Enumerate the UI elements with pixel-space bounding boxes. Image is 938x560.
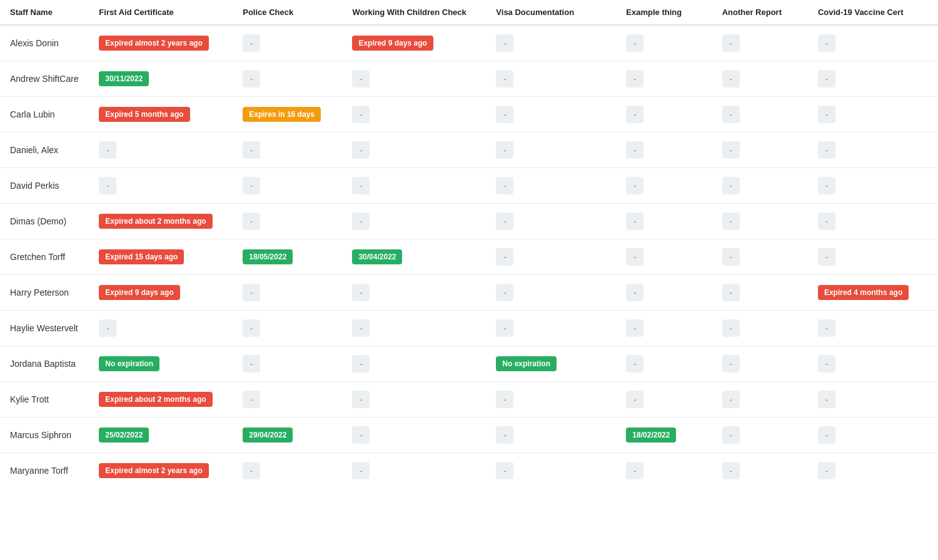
empty-badge[interactable]: -	[722, 355, 740, 372]
cell-covid[interactable]: -	[808, 168, 938, 204]
cell-police[interactable]: -	[233, 61, 342, 97]
empty-badge[interactable]: -	[818, 391, 835, 408]
empty-badge[interactable]: -	[818, 355, 835, 372]
empty-badge[interactable]: -	[243, 319, 260, 337]
empty-badge[interactable]: -	[626, 34, 643, 52]
empty-badge[interactable]: -	[818, 34, 835, 52]
empty-badge[interactable]: -	[722, 70, 740, 88]
empty-badge[interactable]: -	[243, 462, 260, 479]
cell-example[interactable]: -	[616, 382, 712, 418]
empty-badge[interactable]: -	[243, 284, 260, 301]
empty-badge[interactable]: -	[352, 355, 370, 372]
cell-wwc[interactable]: -	[342, 311, 486, 346]
cell-visa[interactable]: -	[486, 453, 616, 489]
cell-visa[interactable]: -	[486, 132, 616, 168]
empty-badge[interactable]: -	[243, 355, 260, 372]
cell-another[interactable]: -	[712, 25, 808, 61]
cell-visa[interactable]: -	[486, 168, 616, 204]
empty-badge[interactable]: -	[243, 212, 260, 230]
empty-badge[interactable]: -	[496, 319, 513, 337]
cell-visa[interactable]: -	[486, 382, 616, 418]
status-badge[interactable]: Expired almost 2 years ago	[99, 36, 208, 51]
cell-visa[interactable]: -	[486, 275, 616, 311]
cell-example[interactable]: -	[616, 61, 712, 97]
empty-badge[interactable]: -	[722, 248, 740, 266]
empty-badge[interactable]: -	[352, 212, 370, 230]
cell-police[interactable]: 29/04/2022	[233, 418, 342, 453]
cell-first_aid[interactable]: Expired 15 days ago	[89, 239, 233, 275]
cell-another[interactable]: -	[712, 453, 808, 489]
cell-another[interactable]: -	[712, 346, 808, 382]
empty-badge[interactable]: -	[626, 355, 643, 372]
cell-wwc[interactable]: -	[342, 453, 486, 489]
empty-badge[interactable]: -	[243, 391, 260, 408]
empty-badge[interactable]: -	[626, 106, 643, 123]
empty-badge[interactable]: -	[722, 391, 740, 408]
cell-wwc[interactable]: -	[342, 97, 486, 132]
cell-example[interactable]: -	[616, 168, 712, 204]
cell-example[interactable]: -	[616, 311, 712, 346]
cell-police[interactable]: -	[233, 168, 342, 204]
empty-badge[interactable]: -	[352, 426, 370, 444]
cell-example[interactable]: -	[616, 346, 712, 382]
empty-badge[interactable]: -	[243, 34, 260, 52]
empty-badge[interactable]: -	[496, 106, 513, 123]
cell-example[interactable]: -	[616, 275, 712, 311]
cell-visa[interactable]: -	[486, 311, 616, 346]
cell-covid[interactable]: -	[808, 25, 938, 61]
status-badge[interactable]: Expired 15 days ago	[99, 249, 184, 264]
cell-example[interactable]: -	[616, 239, 712, 275]
cell-police[interactable]: -	[233, 275, 342, 311]
status-badge[interactable]: Expired 5 months ago	[99, 107, 189, 122]
empty-badge[interactable]: -	[818, 141, 835, 159]
empty-badge[interactable]: -	[352, 319, 370, 337]
cell-example[interactable]: -	[616, 204, 712, 239]
empty-badge[interactable]: -	[496, 141, 513, 159]
status-badge[interactable]: No expiration	[496, 356, 557, 371]
empty-badge[interactable]: -	[99, 177, 116, 194]
cell-another[interactable]: -	[712, 204, 808, 239]
empty-badge[interactable]: -	[722, 177, 740, 194]
empty-badge[interactable]: -	[722, 426, 740, 444]
cell-wwc[interactable]: -	[342, 382, 486, 418]
cell-example[interactable]: -	[616, 453, 712, 489]
cell-another[interactable]: -	[712, 418, 808, 453]
empty-badge[interactable]: -	[818, 248, 835, 266]
status-badge[interactable]: 18/05/2022	[243, 249, 293, 264]
empty-badge[interactable]: -	[352, 284, 370, 301]
empty-badge[interactable]: -	[496, 426, 513, 444]
status-badge[interactable]: Expired 4 months ago	[818, 285, 909, 300]
empty-badge[interactable]: -	[243, 141, 260, 159]
cell-another[interactable]: -	[712, 311, 808, 346]
empty-badge[interactable]: -	[496, 177, 513, 194]
cell-another[interactable]: -	[712, 132, 808, 168]
empty-badge[interactable]: -	[818, 462, 835, 479]
cell-police[interactable]: -	[233, 204, 342, 239]
empty-badge[interactable]: -	[99, 319, 116, 337]
cell-another[interactable]: -	[712, 382, 808, 418]
empty-badge[interactable]: -	[496, 34, 513, 52]
cell-another[interactable]: -	[712, 97, 808, 132]
cell-first_aid[interactable]: Expired 5 months ago	[89, 97, 233, 132]
cell-wwc[interactable]: -	[342, 275, 486, 311]
cell-visa[interactable]: -	[486, 61, 616, 97]
cell-wwc[interactable]: -	[342, 61, 486, 97]
cell-visa[interactable]: -	[486, 204, 616, 239]
cell-another[interactable]: -	[712, 275, 808, 311]
cell-covid[interactable]: Expired 4 months ago	[808, 275, 938, 311]
empty-badge[interactable]: -	[496, 212, 513, 230]
cell-covid[interactable]: -	[808, 453, 938, 489]
cell-first_aid[interactable]: Expired about 2 months ago	[89, 204, 233, 239]
cell-first_aid[interactable]: No expiration	[89, 346, 233, 382]
cell-covid[interactable]: -	[808, 239, 938, 275]
cell-wwc[interactable]: -	[342, 346, 486, 382]
empty-badge[interactable]: -	[626, 391, 643, 408]
cell-visa[interactable]: -	[486, 25, 616, 61]
cell-visa[interactable]: -	[486, 239, 616, 275]
cell-wwc[interactable]: -	[342, 132, 486, 168]
cell-covid[interactable]: -	[808, 382, 938, 418]
empty-badge[interactable]: -	[626, 212, 643, 230]
empty-badge[interactable]: -	[626, 248, 643, 266]
cell-police[interactable]: -	[233, 25, 342, 61]
empty-badge[interactable]: -	[722, 462, 740, 479]
